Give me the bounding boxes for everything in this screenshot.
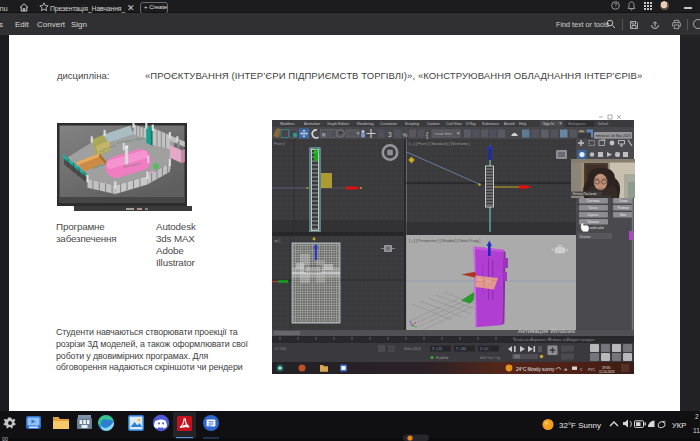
svg-text:Прыжок: Прыжок [587,220,599,224]
svg-text:Add Time Tag: Add Time Tag [480,356,500,360]
svg-text:Кнопки: Кнопки [580,235,591,239]
svg-text:РУС: РУС [588,368,596,372]
svg-text:Customize: Customize [380,122,397,126]
svg-text:Скрыть: Скрыть [588,213,599,217]
svg-text:X: 1,25: X: 1,25 [432,347,442,351]
svg-text:[ + ] [ Front ] [ Standard ] [: [ + ] [ Front ] [ Standard ] [ Wireframe… [409,142,470,146]
svg-text:Имя: Имя [620,213,626,217]
svg-text:Тонны: Тонны [588,206,598,210]
svg-text:Enabled: Enabled [436,356,448,360]
svg-text:00: 00 [2,436,8,441]
svg-text:32°F Sunny: 32°F Sunny [559,421,601,430]
svg-text:Content: Content [427,122,440,126]
svg-text:12.10.2023: 12.10.2023 [599,370,615,374]
svg-text:Graph Editors: Graph Editors [327,122,349,126]
svg-text:Размер: Размер [618,206,629,210]
svg-text:Sign In: Sign In [543,122,554,126]
svg-text:Default: Default [598,122,608,126]
svg-text:Modifiers: Modifiers [280,122,295,126]
svg-text:Grid = 25,4: Grid = 25,4 [404,347,421,351]
svg-text:Animation: Animation [304,122,320,126]
svg-text:Help: Help [519,122,526,126]
svg-text:Сетки: Сетки [619,199,628,203]
svg-text:op ]: op ] [274,239,280,243]
svg-text:11: 11 [693,427,700,434]
svg-text:Scripting: Scripting [405,122,419,126]
svg-text:Arnold: Arnold [504,122,514,126]
svg-text:V-Ray: V-Ray [466,122,476,126]
svg-text:Тетяна Пасічник: Тетяна Пасічник [573,192,598,196]
svg-text:2: 2 [695,413,699,420]
svg-text:3: 3 [388,131,392,138]
svg-text:%: % [403,132,408,138]
svg-text:Чтобы активировать Windows, пе: Чтобы активировать Windows, перейдите в … [514,338,594,342]
svg-text:?: ? [614,3,617,8]
svg-text:mmercial, ds Max 2023: mmercial, ds Max 2023 [596,134,631,138]
svg-text:Front ]: Front ] [274,142,284,146]
svg-text:Create Selec: Create Selec [434,132,453,136]
svg-text:Workspaces: Workspaces [568,122,586,126]
svg-text:Rendering: Rendering [357,122,374,126]
svg-text:Активация Windows: Активация Windows [518,327,575,334]
svg-text:and color: and color [590,226,605,230]
svg-text:УКР: УКР [672,421,686,430]
svg-text:Z: 0,0: Z: 0,0 [480,347,488,351]
svg-text:Y: -240: Y: -240 [456,347,466,351]
svg-text:24°C Mostly sunny: 24°C Mostly sunny [516,367,555,372]
svg-text:Substance: Substance [482,122,499,126]
svg-text:⊕: ⊕ [564,367,567,372]
svg-text:Civil View: Civil View [446,122,462,126]
svg-text:Система: Система [587,199,600,203]
svg-text:0 / 100: 0 / 100 [275,347,286,351]
svg-text:[ + ] [ Perspective ] [ Shaded: [ + ] [ Perspective ] [ Shaded ] [ Detai… [409,239,480,243]
